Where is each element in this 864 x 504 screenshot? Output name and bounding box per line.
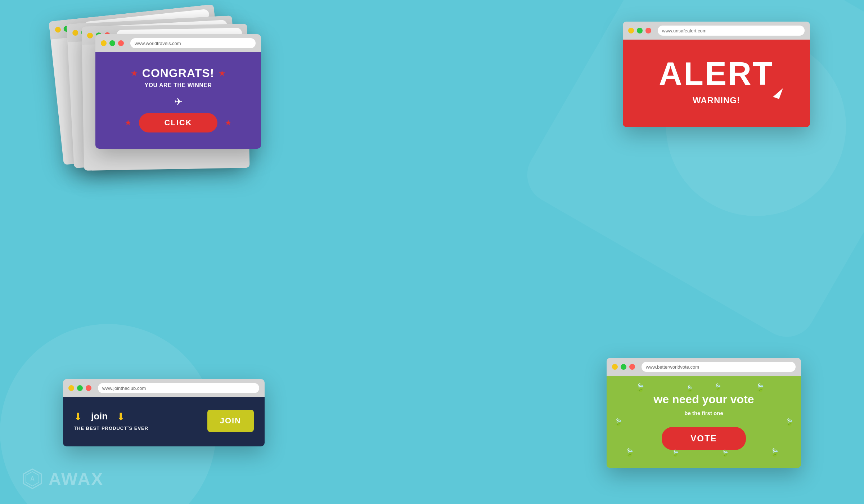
alert-titlebar: www.unsafealert.com bbox=[623, 22, 810, 40]
alert-url-bar: www.unsafealert.com bbox=[658, 26, 805, 36]
dot-yellow bbox=[628, 28, 634, 33]
congrats-content: ★ CONGRATS! ★ YOU ARE THE WINNER ✈ ★ CLI… bbox=[95, 52, 261, 149]
vote-title: we need your vote bbox=[619, 392, 788, 407]
vote-content: 🍃 🍃 🍃 🍃 🍃 🍃 🍃 🍃 🍃 🍃 we need your vote be… bbox=[607, 376, 801, 468]
awax-logo: A AWAX bbox=[22, 468, 104, 490]
dot-green bbox=[109, 40, 115, 46]
join-content: ⬇ join ⬇ THE BEST PRODUCT´S EVER JOIN bbox=[63, 397, 265, 446]
vote-window: www.betterworldvote.com 🍃 🍃 🍃 🍃 🍃 🍃 🍃 🍃 … bbox=[607, 358, 801, 468]
congrats-star-left2: ★ bbox=[125, 118, 132, 127]
dot-green bbox=[621, 364, 626, 370]
join-text-block: ⬇ join ⬇ THE BEST PRODUCT´S EVER bbox=[74, 411, 200, 431]
leaf-1: 🍃 bbox=[635, 383, 645, 392]
alert-window: www.unsafealert.com ALERT WARNING! bbox=[623, 22, 810, 127]
alert-warning: WARNING! bbox=[637, 95, 796, 105]
vote-subtitle: be the first one bbox=[619, 410, 788, 416]
join-button[interactable]: JOIN bbox=[207, 410, 254, 432]
dot-red bbox=[629, 364, 635, 370]
leaf-5: 🍃 bbox=[625, 448, 634, 457]
congrats-subtitle: YOU ARE THE WINNER bbox=[106, 82, 250, 89]
congrats-window: www.worldtravels.com ★ CONGRATS! ★ YOU A… bbox=[95, 34, 261, 149]
congrats-star-right2: ★ bbox=[225, 118, 232, 127]
leaf-6: 🍃 bbox=[671, 449, 679, 457]
leaf-8: 🍃 bbox=[721, 449, 729, 457]
join-subtitle: THE BEST PRODUCT´S EVER bbox=[74, 426, 200, 431]
join-main-text: join bbox=[91, 411, 108, 423]
alert-url-text: www.unsafealert.com bbox=[662, 28, 707, 33]
leaf-10: 🍃 bbox=[785, 418, 794, 426]
congrats-titlebar: www.worldtravels.com bbox=[95, 34, 261, 52]
join-arrows: ⬇ join ⬇ bbox=[74, 411, 200, 423]
leaf-9: 🍃 bbox=[614, 418, 623, 426]
join-window: www.jointheclub.com ⬇ join ⬇ THE BEST PR… bbox=[63, 379, 265, 446]
dot-yellow bbox=[72, 30, 78, 36]
congrats-star-left: ★ bbox=[131, 69, 138, 78]
alert-title: ALERT bbox=[637, 58, 796, 90]
leaf-3: 🍃 bbox=[755, 383, 765, 392]
dot-yellow bbox=[101, 40, 107, 46]
vote-button[interactable]: VOTE bbox=[662, 427, 746, 450]
alert-content: ALERT WARNING! bbox=[623, 40, 810, 127]
congrats-star-right: ★ bbox=[219, 69, 226, 78]
leaf-4: 🍃 bbox=[714, 383, 722, 391]
dot-red bbox=[118, 40, 124, 46]
dot-red bbox=[86, 385, 91, 391]
dot-red bbox=[645, 28, 651, 33]
leaf-7: 🍃 bbox=[770, 448, 779, 457]
congrats-url-text: www.worldtravels.com bbox=[135, 41, 181, 46]
vote-url-bar: www.betterworldvote.com bbox=[642, 362, 796, 372]
plane-icon: ✈ bbox=[106, 96, 250, 108]
dot-yellow bbox=[87, 33, 93, 39]
dot-yellow bbox=[612, 364, 618, 370]
down-arrow-1: ⬇ bbox=[74, 411, 82, 423]
leaf-2: 🍃 bbox=[686, 385, 694, 393]
congrats-url-bar: www.worldtravels.com bbox=[130, 38, 256, 48]
awax-text: AWAX bbox=[49, 469, 104, 489]
vote-titlebar: www.betterworldvote.com bbox=[607, 358, 801, 376]
dot-yellow bbox=[68, 385, 74, 391]
down-arrow-2: ⬇ bbox=[117, 411, 125, 423]
join-url-bar: www.jointheclub.com bbox=[98, 383, 259, 393]
congrats-title: CONGRATS! bbox=[142, 67, 214, 80]
join-titlebar: www.jointheclub.com bbox=[63, 379, 265, 397]
join-url-text: www.jointheclub.com bbox=[102, 386, 146, 391]
dot-green bbox=[637, 28, 643, 33]
svg-text:A: A bbox=[30, 476, 35, 482]
click-button[interactable]: CLICK bbox=[139, 113, 217, 132]
awax-hex-icon: A bbox=[22, 468, 43, 490]
dot-yellow bbox=[55, 27, 61, 33]
vote-url-text: www.betterworldvote.com bbox=[646, 364, 699, 370]
dot-green bbox=[77, 385, 83, 391]
